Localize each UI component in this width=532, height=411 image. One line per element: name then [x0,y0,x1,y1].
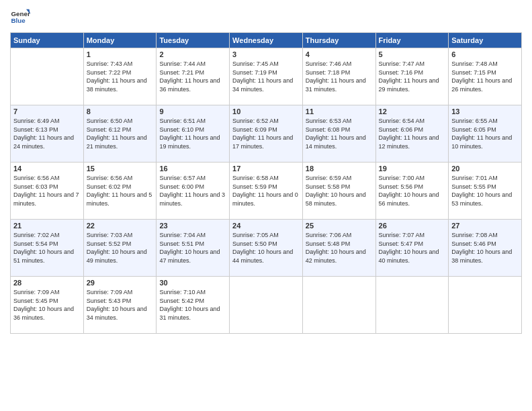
calendar-cell: 30Sunrise: 7:10 AMSunset: 5:42 PMDayligh… [157,277,230,334]
day-number: 18 [306,165,373,173]
calendar-cell: 19Sunrise: 7:00 AMSunset: 5:56 PMDayligh… [375,163,449,220]
column-header-friday: Friday [375,33,449,48]
column-header-thursday: Thursday [302,33,375,48]
week-row-4: 21Sunrise: 7:02 AMSunset: 5:54 PMDayligh… [11,220,522,277]
calendar-cell: 8Sunrise: 6:50 AMSunset: 6:12 PMDaylight… [83,105,157,163]
calendar-cell: 23Sunrise: 7:04 AMSunset: 5:51 PMDayligh… [157,220,230,277]
day-info: Sunrise: 7:08 AMSunset: 5:46 PMDaylight:… [451,231,519,265]
day-number: 2 [159,50,226,58]
day-number: 26 [379,222,446,230]
day-number: 27 [451,222,519,230]
calendar-cell: 15Sunrise: 6:56 AMSunset: 6:02 PMDayligh… [83,163,157,220]
calendar-cell [302,277,375,334]
day-info: Sunrise: 7:43 AMSunset: 7:22 PMDaylight:… [87,60,154,93]
day-info: Sunrise: 7:09 AMSunset: 5:45 PMDaylight:… [13,288,81,322]
calendar-cell: 18Sunrise: 6:59 AMSunset: 5:58 PMDayligh… [302,163,375,220]
day-number: 9 [159,107,226,116]
calendar-cell: 26Sunrise: 7:07 AMSunset: 5:47 PMDayligh… [375,220,449,277]
column-header-tuesday: Tuesday [157,33,230,48]
day-info: Sunrise: 7:47 AMSunset: 7:16 PMDaylight:… [379,60,446,93]
day-info: Sunrise: 7:01 AMSunset: 5:55 PMDaylight:… [451,174,519,208]
day-info: Sunrise: 6:56 AMSunset: 6:02 PMDaylight:… [87,174,154,208]
calendar-cell [449,277,522,334]
calendar-cell: 17Sunrise: 6:58 AMSunset: 5:59 PMDayligh… [230,163,303,220]
day-number: 22 [87,222,154,230]
day-info: Sunrise: 6:59 AMSunset: 5:58 PMDaylight:… [306,174,373,208]
calendar-cell [375,277,449,334]
day-number: 13 [451,107,519,116]
calendar-cell [11,48,84,105]
calendar-cell: 5Sunrise: 7:47 AMSunset: 7:16 PMDaylight… [375,48,449,105]
calendar-cell: 3Sunrise: 7:45 AMSunset: 7:19 PMDaylight… [230,48,303,105]
calendar-cell: 28Sunrise: 7:09 AMSunset: 5:45 PMDayligh… [11,277,84,334]
week-row-1: 1Sunrise: 7:43 AMSunset: 7:22 PMDaylight… [11,48,522,105]
day-number: 5 [379,50,446,58]
day-number: 4 [306,50,373,58]
day-number: 16 [159,165,226,173]
calendar-cell: 1Sunrise: 7:43 AMSunset: 7:22 PMDaylight… [83,48,157,105]
column-header-wednesday: Wednesday [230,33,303,48]
day-number: 19 [379,165,446,173]
calendar-cell: 2Sunrise: 7:44 AMSunset: 7:21 PMDaylight… [157,48,230,105]
day-number: 1 [87,50,154,58]
calendar-cell: 14Sunrise: 6:56 AMSunset: 6:03 PMDayligh… [11,163,84,220]
calendar-cell: 11Sunrise: 6:53 AMSunset: 6:08 PMDayligh… [302,105,375,163]
day-info: Sunrise: 7:07 AMSunset: 5:47 PMDaylight:… [379,231,446,265]
day-info: Sunrise: 7:45 AMSunset: 7:19 PMDaylight:… [232,60,300,93]
day-info: Sunrise: 7:05 AMSunset: 5:50 PMDaylight:… [232,231,300,265]
day-number: 21 [13,222,81,230]
calendar-cell [230,277,303,334]
day-info: Sunrise: 7:10 AMSunset: 5:42 PMDaylight:… [159,288,226,322]
day-info: Sunrise: 6:55 AMSunset: 6:05 PMDaylight:… [451,117,519,150]
day-number: 6 [451,50,519,58]
svg-text:General: General [11,10,31,17]
day-info: Sunrise: 6:56 AMSunset: 6:03 PMDaylight:… [13,174,81,208]
calendar-cell: 12Sunrise: 6:54 AMSunset: 6:06 PMDayligh… [375,105,449,163]
calendar-cell: 20Sunrise: 7:01 AMSunset: 5:55 PMDayligh… [449,163,522,220]
day-info: Sunrise: 7:44 AMSunset: 7:21 PMDaylight:… [159,60,226,93]
day-info: Sunrise: 7:00 AMSunset: 5:56 PMDaylight:… [379,174,446,208]
calendar-cell: 22Sunrise: 7:03 AMSunset: 5:52 PMDayligh… [83,220,157,277]
day-number: 23 [159,222,226,230]
day-number: 17 [232,165,300,173]
calendar-cell: 13Sunrise: 6:55 AMSunset: 6:05 PMDayligh… [449,105,522,163]
calendar-cell: 29Sunrise: 7:09 AMSunset: 5:43 PMDayligh… [83,277,157,334]
calendar-cell: 16Sunrise: 6:57 AMSunset: 6:00 PMDayligh… [157,163,230,220]
day-number: 28 [13,279,81,287]
week-row-2: 7Sunrise: 6:49 AMSunset: 6:13 PMDaylight… [11,105,522,163]
day-info: Sunrise: 7:02 AMSunset: 5:54 PMDaylight:… [13,231,81,265]
week-row-3: 14Sunrise: 6:56 AMSunset: 6:03 PMDayligh… [11,163,522,220]
day-number: 20 [451,165,519,173]
day-info: Sunrise: 6:51 AMSunset: 6:10 PMDaylight:… [159,117,226,150]
calendar-cell: 6Sunrise: 7:48 AMSunset: 7:15 PMDaylight… [449,48,522,105]
day-number: 12 [379,107,446,116]
day-info: Sunrise: 6:53 AMSunset: 6:08 PMDaylight:… [306,117,373,150]
day-number: 14 [13,165,81,173]
day-info: Sunrise: 7:48 AMSunset: 7:15 PMDaylight:… [451,60,519,93]
logo-icon: General Blue [10,7,30,27]
calendar-table: SundayMondayTuesdayWednesdayThursdayFrid… [10,32,522,334]
day-number: 8 [87,107,154,116]
day-number: 15 [87,165,154,173]
column-header-sunday: Sunday [11,33,84,48]
column-header-saturday: Saturday [449,33,522,48]
calendar-cell: 7Sunrise: 6:49 AMSunset: 6:13 PMDaylight… [11,105,84,163]
day-number: 3 [232,50,300,58]
calendar-cell: 4Sunrise: 7:46 AMSunset: 7:18 PMDaylight… [302,48,375,105]
day-info: Sunrise: 7:03 AMSunset: 5:52 PMDaylight:… [87,231,154,265]
day-number: 30 [159,279,226,287]
day-info: Sunrise: 7:09 AMSunset: 5:43 PMDaylight:… [87,288,154,322]
day-number: 29 [87,279,154,287]
calendar-cell: 24Sunrise: 7:05 AMSunset: 5:50 PMDayligh… [230,220,303,277]
day-number: 10 [232,107,300,116]
day-info: Sunrise: 6:52 AMSunset: 6:09 PMDaylight:… [232,117,300,150]
column-header-monday: Monday [83,33,157,48]
day-info: Sunrise: 6:50 AMSunset: 6:12 PMDaylight:… [87,117,154,150]
calendar-cell: 27Sunrise: 7:08 AMSunset: 5:46 PMDayligh… [449,220,522,277]
day-info: Sunrise: 6:57 AMSunset: 6:00 PMDaylight:… [159,174,226,208]
day-info: Sunrise: 6:58 AMSunset: 5:59 PMDaylight:… [232,174,300,208]
day-info: Sunrise: 6:54 AMSunset: 6:06 PMDaylight:… [379,117,446,150]
day-number: 24 [232,222,300,230]
day-info: Sunrise: 7:06 AMSunset: 5:48 PMDaylight:… [306,231,373,265]
svg-text:Blue: Blue [11,17,26,24]
